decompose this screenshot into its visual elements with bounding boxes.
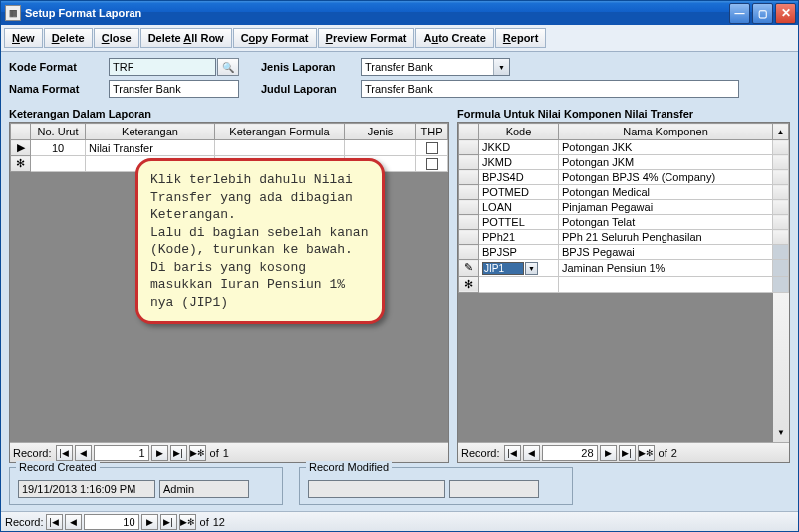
nav-new-button[interactable]: ▶✻: [179, 514, 196, 530]
judul-laporan-label: Judul Laporan: [261, 83, 361, 95]
cell-kode[interactable]: JKKD: [479, 140, 559, 155]
cell-nama-komponen[interactable]: PPh 21 Seluruh Penghasilan: [559, 230, 773, 245]
close-button[interactable]: ✕: [775, 3, 796, 24]
row-selector-icon: [459, 140, 479, 155]
checkbox-icon[interactable]: [426, 158, 438, 170]
nav-new-button[interactable]: ▶✻: [189, 445, 206, 461]
minimize-button[interactable]: —: [729, 3, 750, 24]
scrollbar-track[interactable]: [773, 200, 789, 215]
table-row[interactable]: JKMDPotongan JKM: [459, 155, 789, 170]
nav-first-button[interactable]: |◀: [46, 514, 63, 530]
menu-copy-format[interactable]: Copy Format: [233, 28, 317, 48]
cell-nama-komponen[interactable]: Potongan JKM: [559, 155, 773, 170]
table-row[interactable]: BPJS4DPotongan BPJS 4% (Company): [459, 170, 789, 185]
table-row[interactable]: POTTELPotongan Telat: [459, 215, 789, 230]
cell-nama-komponen[interactable]: Potongan Medical: [559, 185, 773, 200]
left-header-jenis[interactable]: Jenis: [345, 124, 416, 140]
nav-last-button[interactable]: ▶|: [619, 445, 636, 461]
nav-last-button[interactable]: ▶|: [170, 445, 187, 461]
cell-kode[interactable]: LOAN: [479, 200, 559, 215]
scrollbar-track[interactable]: [773, 215, 789, 230]
scrollbar-track[interactable]: [773, 276, 789, 292]
scrollbar-track[interactable]: [773, 260, 789, 277]
kode-format-field[interactable]: [109, 58, 216, 76]
scroll-down-button[interactable]: ▼: [774, 428, 788, 442]
left-header-keterangan[interactable]: Keterangan: [86, 124, 215, 140]
left-header-no[interactable]: No. Urut: [31, 124, 86, 140]
cell-kode[interactable]: POTMED: [479, 185, 559, 200]
scrollbar-track[interactable]: [773, 140, 789, 155]
kode-edit-input[interactable]: JIP1: [482, 262, 524, 275]
cell-nama-komponen[interactable]: Potongan Telat: [559, 215, 773, 230]
cell-nama-komponen[interactable]: [559, 276, 773, 292]
table-row[interactable]: JKKDPotongan JKK: [459, 140, 789, 155]
menu-close[interactable]: Close: [94, 28, 139, 48]
nav-current-field[interactable]: [542, 445, 598, 461]
cell-keterangan-formula[interactable]: [215, 140, 345, 156]
nav-current-field[interactable]: [94, 445, 149, 461]
menu-auto-create[interactable]: Auto Create: [415, 28, 493, 48]
scrollbar-track[interactable]: [773, 155, 789, 170]
cell-thp[interactable]: [416, 156, 448, 172]
cell-nama-komponen[interactable]: Potongan BPJS 4% (Company): [559, 170, 773, 185]
nav-new-button[interactable]: ▶✻: [638, 445, 655, 461]
cell-kode[interactable]: [479, 276, 559, 292]
menu-delete[interactable]: Delete: [44, 28, 93, 48]
scrollbar-track[interactable]: [773, 230, 789, 245]
table-row-new[interactable]: ✻: [459, 276, 789, 292]
cell-nama-komponen[interactable]: Potongan JKK: [559, 140, 773, 155]
keterangan-record-nav: Record: |◀ ◀ ▶ ▶| ▶✻ of 1: [10, 442, 448, 462]
nav-prev-button[interactable]: ◀: [75, 445, 92, 461]
jenis-laporan-combo[interactable]: Transfer Bank ▼: [361, 58, 510, 76]
table-row[interactable]: ▶ 10 Nilai Transfer: [11, 140, 448, 156]
checkbox-icon[interactable]: [426, 142, 438, 154]
cell-kode[interactable]: JKMD: [479, 155, 559, 170]
cell-keterangan[interactable]: Nilai Transfer: [86, 140, 215, 156]
nama-format-field[interactable]: [109, 80, 239, 98]
cell-thp[interactable]: [416, 140, 448, 156]
chevron-down-icon[interactable]: ▼: [525, 262, 538, 275]
chevron-down-icon[interactable]: ▼: [493, 59, 509, 75]
table-row-editing[interactable]: ✎JIP1▼Jaminan Pensiun 1%: [459, 260, 789, 277]
nav-prev-button[interactable]: ◀: [65, 514, 82, 530]
left-header-keterangan-formula[interactable]: Keterangan Formula: [215, 124, 345, 140]
formula-grid[interactable]: Kode Nama Komponen ▲ JKKDPotongan JKKJKM…: [458, 123, 789, 293]
left-header-thp[interactable]: THP: [416, 124, 448, 140]
nav-next-button[interactable]: ▶: [151, 445, 168, 461]
kode-format-lookup-button[interactable]: 🔍: [217, 58, 239, 76]
maximize-button[interactable]: ▢: [752, 3, 773, 24]
right-header-kode[interactable]: Kode: [479, 124, 559, 140]
cell-no-urut[interactable]: 10: [31, 140, 86, 156]
cell-nama-komponen[interactable]: Pinjaman Pegawai: [559, 200, 773, 215]
nav-prev-button[interactable]: ◀: [523, 445, 540, 461]
nav-first-button[interactable]: |◀: [56, 445, 73, 461]
cell-jenis[interactable]: [345, 140, 416, 156]
cell-kode[interactable]: BPJSP: [479, 245, 559, 260]
cell-kode[interactable]: JIP1▼: [479, 260, 559, 277]
nav-next-button[interactable]: ▶: [141, 514, 158, 530]
judul-laporan-field[interactable]: [361, 80, 739, 98]
table-row[interactable]: PPh21PPh 21 Seluruh Penghasilan: [459, 230, 789, 245]
scrollbar-track[interactable]: [773, 185, 789, 200]
table-row[interactable]: BPJSPBPJS Pegawai: [459, 245, 789, 260]
menu-delete-all-row[interactable]: Delete All Row: [140, 28, 232, 48]
nav-current-field[interactable]: [84, 514, 139, 530]
cell-nama-komponen[interactable]: Jaminan Pensiun 1%: [559, 260, 773, 277]
menu-new[interactable]: New: [4, 28, 43, 48]
cell-kode[interactable]: POTTEL: [479, 215, 559, 230]
cell-nama-komponen[interactable]: BPJS Pegawai: [559, 245, 773, 260]
nav-last-button[interactable]: ▶|: [160, 514, 177, 530]
cell-no-urut[interactable]: [31, 156, 86, 172]
right-header-nama[interactable]: Nama Komponen: [559, 124, 773, 140]
table-row[interactable]: LOANPinjaman Pegawai: [459, 200, 789, 215]
menu-report[interactable]: Report: [495, 28, 546, 48]
cell-kode[interactable]: BPJS4D: [479, 170, 559, 185]
cell-kode[interactable]: PPh21: [479, 230, 559, 245]
table-row[interactable]: POTMEDPotongan Medical: [459, 185, 789, 200]
nav-next-button[interactable]: ▶: [600, 445, 617, 461]
menu-preview-format[interactable]: Preview Format: [318, 28, 415, 48]
scroll-up-button[interactable]: ▲: [773, 124, 789, 140]
scrollbar-track[interactable]: [773, 170, 789, 185]
nav-first-button[interactable]: |◀: [504, 445, 521, 461]
scrollbar-track[interactable]: [773, 245, 789, 260]
